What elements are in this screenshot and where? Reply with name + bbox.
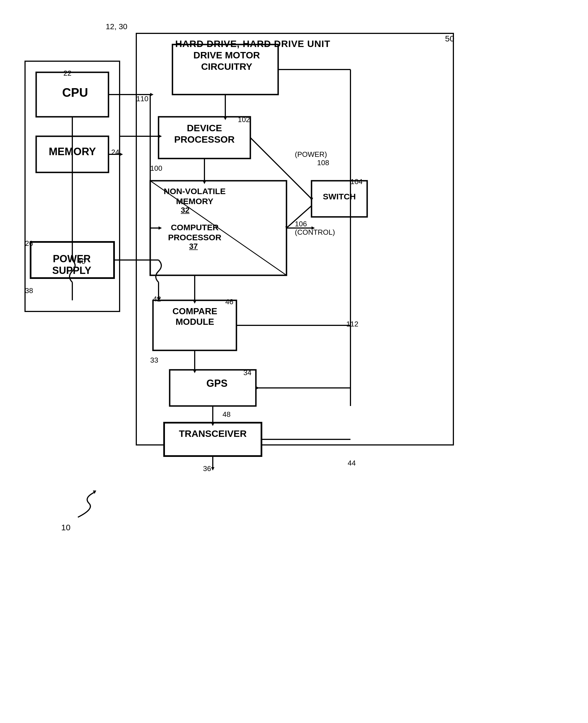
power-supply-label: POWER SUPPLY (33, 253, 111, 276)
label-110: 110 (136, 94, 148, 103)
hd-reference-label: 12, 30 (106, 22, 127, 31)
outer-box-label: 50 (445, 34, 454, 43)
label-26: 26 (25, 239, 33, 248)
power-text: (POWER) (295, 150, 327, 159)
device-processor-label: DEVICE PROCESSOR (161, 122, 248, 145)
label-42: 42 (153, 295, 161, 303)
svg-marker-58 (93, 491, 96, 494)
svg-marker-46 (256, 386, 259, 389)
label-33: 33 (150, 356, 158, 365)
svg-marker-34 (286, 226, 289, 230)
svg-rect-11 (164, 423, 261, 456)
svg-line-31 (250, 137, 312, 199)
nvm-ref-32: 32 (181, 206, 189, 215)
svg-marker-30 (203, 181, 206, 184)
control-text: (CONTROL) (295, 228, 335, 237)
label-46: 46 (225, 298, 233, 306)
label-22: 22 (63, 69, 71, 78)
label-34: 34 (244, 368, 251, 377)
label-112: 112 (346, 320, 358, 328)
transceiver-label: TRANSCEIVER (168, 428, 257, 439)
label-108: 108 (317, 158, 329, 167)
label-40: 40 (77, 257, 85, 266)
svg-marker-15 (150, 93, 153, 96)
computer-processor-label: COMPUTER PROCESSOR (153, 222, 236, 242)
svg-marker-28 (224, 117, 227, 120)
nvm-label: NON-VOLATILE MEMORY (153, 186, 236, 206)
gps-label: GPS (192, 378, 242, 389)
label-44: 44 (348, 459, 356, 467)
memory-label: MEMORY (42, 146, 103, 158)
label-102: 102 (238, 115, 250, 124)
svg-marker-42 (211, 467, 214, 470)
svg-marker-38 (193, 370, 196, 373)
label-24: 24 (111, 148, 119, 156)
svg-marker-40 (211, 423, 214, 426)
label-100: 100 (150, 164, 162, 173)
label-48: 48 (223, 410, 231, 419)
compare-module-label: COMPARE MODULE (155, 306, 234, 327)
label-38: 38 (25, 286, 33, 295)
label-106: 106 (295, 220, 307, 228)
label-104: 104 (351, 177, 362, 186)
svg-marker-57 (120, 153, 123, 156)
switch-label: SWITCH (313, 192, 366, 201)
drive-motor-label: DRIVE MOTOR CIRCUITRY (175, 49, 278, 72)
computer-proc-ref-37: 37 (189, 242, 198, 251)
cpu-label: CPU (44, 86, 106, 100)
figure-number-label: 10 (61, 523, 70, 532)
hard-drive-title: HARD DRIVE, HARD DRIVE UNIT (175, 38, 331, 49)
svg-marker-36 (193, 300, 196, 304)
label-36: 36 (203, 464, 211, 473)
